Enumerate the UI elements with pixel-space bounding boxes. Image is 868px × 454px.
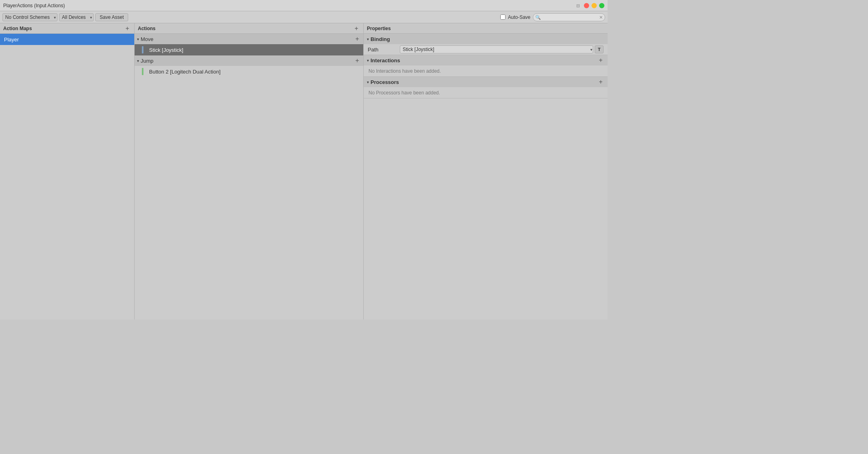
actions-content: ▾ Move + Stick [Joystick] ▾ Jump + Butto… xyxy=(135,34,363,319)
action-maps-header: Action Maps + xyxy=(0,23,134,34)
add-move-binding-button[interactable]: + xyxy=(354,35,361,43)
path-select-wrapper: Stick [Joystick] ▾ T xyxy=(400,45,604,53)
toolbar: No Control Schemes All Devices Save Asse… xyxy=(0,11,608,23)
action-group-move[interactable]: ▾ Move + xyxy=(135,34,363,44)
autosave-checkbox[interactable] xyxy=(500,14,506,20)
move-triangle-icon: ▾ xyxy=(137,37,139,41)
action-maps-content: Player xyxy=(0,34,134,319)
action-maps-title: Action Maps xyxy=(3,26,32,31)
binding-triangle-icon: ▾ xyxy=(367,37,369,41)
processors-triangle-icon: ▾ xyxy=(367,80,369,84)
control-schemes-select[interactable]: No Control Schemes xyxy=(2,13,57,21)
window-lines-icon: ⊟ xyxy=(576,3,580,8)
window-minimize-button[interactable] xyxy=(592,3,597,8)
actions-header: Actions + xyxy=(135,23,363,34)
binding-color-bar-blue xyxy=(142,46,143,53)
interactions-section-title: Interactions xyxy=(371,57,400,63)
processors-section-header[interactable]: ▾ Processors + xyxy=(364,77,608,87)
search-input[interactable] xyxy=(533,13,605,21)
actions-panel: Actions + ▾ Move + Stick [Joystick] ▾ Ju… xyxy=(135,23,364,319)
move-group-name: Move xyxy=(141,36,154,42)
action-map-item-player[interactable]: Player xyxy=(0,34,134,45)
autosave-area: Auto-Save 🔍 ✕ xyxy=(500,13,605,21)
add-action-button[interactable]: + xyxy=(353,25,360,32)
path-label: Path xyxy=(368,47,400,53)
binding-color-bar-green xyxy=(142,68,143,75)
action-binding-stick-joystick[interactable]: Stick [Joystick] xyxy=(135,44,363,55)
add-action-map-button[interactable]: + xyxy=(124,25,131,32)
all-devices-wrapper: All Devices xyxy=(59,13,94,21)
no-processors-text: No Processors have been added. xyxy=(368,88,441,97)
action-map-player-label: Player xyxy=(4,37,19,43)
action-maps-panel: Action Maps + Player xyxy=(0,23,135,319)
interactions-content: No Interactions have been added. xyxy=(364,65,608,76)
action-group-jump[interactable]: ▾ Jump + xyxy=(135,55,363,66)
properties-header: Properties xyxy=(364,23,608,34)
no-interactions-text: No Interactions have been added. xyxy=(368,67,442,76)
binding-section-title: Binding xyxy=(371,36,390,42)
properties-content: ▾ Binding Path Stick [Joystick] ▾ T xyxy=(364,34,608,319)
control-schemes-wrapper: No Control Schemes xyxy=(2,13,57,21)
stick-joystick-label: Stick [Joystick] xyxy=(149,47,183,53)
title-bar-text: PlayerActions (Input Actions) xyxy=(3,3,65,8)
processors-section-title: Processors xyxy=(371,79,399,85)
search-icon: 🔍 xyxy=(535,14,541,20)
all-devices-select[interactable]: All Devices xyxy=(59,13,94,21)
jump-triangle-icon: ▾ xyxy=(137,59,139,63)
window-close-button[interactable] xyxy=(584,3,589,8)
search-wrapper: 🔍 ✕ xyxy=(533,13,605,21)
jump-group-name: Jump xyxy=(141,58,154,64)
add-interaction-button[interactable]: + xyxy=(597,57,604,64)
path-t-button[interactable]: T xyxy=(595,45,604,53)
window-maximize-button[interactable] xyxy=(599,3,604,8)
processors-section: ▾ Processors + No Processors have been a… xyxy=(364,77,608,98)
properties-panel: Properties ▾ Binding Path Stick [Joystic… xyxy=(364,23,608,319)
path-row: Path Stick [Joystick] ▾ T xyxy=(364,44,608,55)
interactions-triangle-icon: ▾ xyxy=(367,58,369,63)
search-clear-icon[interactable]: ✕ xyxy=(599,14,603,20)
actions-title: Actions xyxy=(138,26,156,31)
add-jump-binding-button[interactable]: + xyxy=(354,57,361,64)
button2-label: Button 2 [Logitech Dual Action] xyxy=(149,69,221,75)
binding-section-header[interactable]: ▾ Binding xyxy=(364,34,608,44)
action-binding-button2[interactable]: Button 2 [Logitech Dual Action] xyxy=(135,66,363,77)
save-asset-button[interactable]: Save Asset xyxy=(95,13,128,21)
main-layout: Action Maps + Player Actions + ▾ Move + xyxy=(0,23,608,319)
interactions-section-header[interactable]: ▾ Interactions + xyxy=(364,55,608,65)
processors-content: No Processors have been added. xyxy=(364,87,608,98)
interactions-section: ▾ Interactions + No Interactions have be… xyxy=(364,55,608,77)
window-controls: ⊟ xyxy=(576,3,604,8)
path-select[interactable]: Stick [Joystick] xyxy=(400,45,593,53)
binding-section: ▾ Binding Path Stick [Joystick] ▾ T xyxy=(364,34,608,55)
title-bar: PlayerActions (Input Actions) ⊟ xyxy=(0,0,608,11)
add-processor-button[interactable]: + xyxy=(597,78,604,86)
autosave-label: Auto-Save xyxy=(508,14,530,20)
properties-title: Properties xyxy=(367,26,391,31)
